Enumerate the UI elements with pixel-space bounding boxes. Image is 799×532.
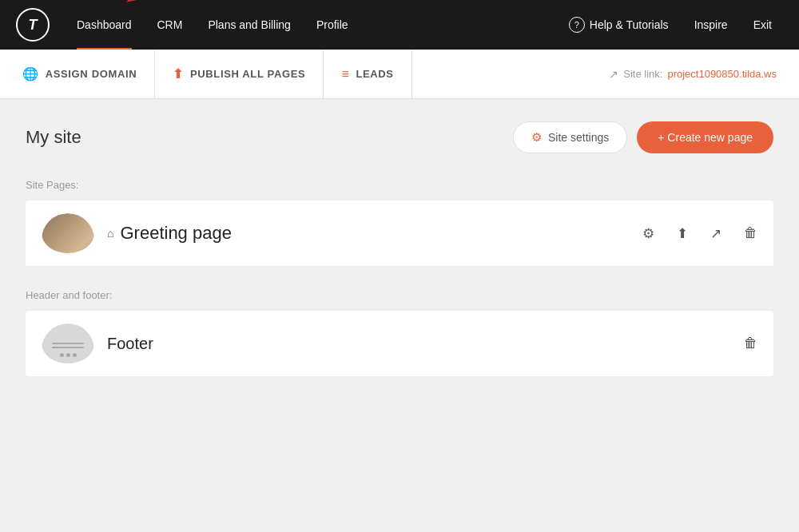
nav-right: ? Help & Tutorials Inspire Exit [558, 0, 783, 50]
top-nav: T Dashboard CRM Plans and Billing Profil… [0, 0, 799, 50]
page-name: Greeting page [120, 223, 231, 244]
page-name-row: ⌂ Greeting page [107, 223, 630, 244]
logo-char: T [29, 17, 38, 34]
page-delete-icon[interactable]: 🗑 [744, 225, 757, 241]
footer-dots [60, 353, 77, 357]
page-actions: ⚙ ⬆ ↗ 🗑 [642, 225, 757, 242]
site-title: My site [26, 127, 81, 148]
assign-domain-btn[interactable]: 🌐 ASSIGN DOMAIN [22, 50, 155, 98]
site-actions: ⚙ Site settings + Create new page [513, 121, 773, 153]
footer-actions: 🗑 [744, 335, 757, 351]
site-pages-section: Site Pages: ⌂ Greeting page ⚙ ⬆ ↗ 🗑 [26, 179, 773, 267]
footer-thumb-img [42, 324, 94, 363]
site-settings-button[interactable]: ⚙ Site settings [513, 121, 627, 153]
toolbar: 🌐 ASSIGN DOMAIN ⬆ PUBLISH ALL PAGES ≡ LE… [0, 50, 799, 99]
site-pages-label: Site Pages: [26, 179, 773, 191]
page-thumbnail [42, 213, 94, 253]
header-footer-section: Header and footer: [26, 289, 773, 376]
page-settings-icon[interactable]: ⚙ [642, 225, 654, 242]
footer-dot-1 [60, 353, 64, 357]
home-icon: ⌂ [107, 227, 113, 240]
footer-dot-2 [66, 353, 70, 357]
site-link[interactable]: project1090850.tilda.ws [667, 68, 777, 80]
upload-icon: ⬆ [173, 66, 184, 81]
greeting-thumbnail [42, 213, 94, 253]
page-list: ⌂ Greeting page ⚙ ⬆ ↗ 🗑 [26, 200, 773, 267]
nav-inspire[interactable]: Inspire [683, 0, 739, 50]
external-link-icon: ↗ [609, 68, 618, 81]
footer-thumbnail [42, 324, 94, 363]
page-external-icon[interactable]: ↗ [710, 225, 721, 242]
footer-lines [52, 343, 84, 348]
nav-help-tutorials[interactable]: ? Help & Tutorials [558, 0, 680, 50]
footer-name: Footer [107, 335, 731, 353]
header-footer-label: Header and footer: [26, 289, 773, 301]
footer-delete-icon[interactable]: 🗑 [744, 335, 757, 351]
globe-icon: 🌐 [22, 66, 39, 81]
create-new-page-button[interactable]: + Create new page [637, 121, 773, 153]
table-row: ⌂ Greeting page ⚙ ⬆ ↗ 🗑 [26, 200, 773, 267]
nav-profile[interactable]: Profile [304, 0, 361, 50]
gear-icon: ⚙ [531, 130, 542, 145]
footer-line-1 [52, 343, 84, 344]
footer-dot-3 [73, 353, 77, 357]
footer-item: Footer 🗑 [26, 311, 773, 376]
nav-dashboard[interactable]: Dashboard [64, 0, 145, 50]
page-publish-icon[interactable]: ⬆ [677, 225, 688, 242]
site-header: My site ⚙ Site settings + Create new pag… [26, 121, 773, 153]
nav-crm[interactable]: CRM [145, 0, 196, 50]
site-link-area: ↗ Site link: project1090850.tilda.ws [609, 68, 777, 81]
nav-plans-billing[interactable]: Plans and Billing [195, 0, 304, 50]
leads-btn[interactable]: ≡ LEADS [324, 50, 411, 98]
main-content: My site ⚙ Site settings + Create new pag… [0, 99, 799, 399]
list-icon: ≡ [341, 67, 349, 81]
nav-links: Dashboard CRM Plans and Billing Profile [64, 0, 558, 50]
logo[interactable]: T [16, 8, 50, 42]
help-circle-icon: ? [569, 17, 585, 33]
publish-all-btn[interactable]: ⬆ PUBLISH ALL PAGES [155, 50, 324, 98]
footer-line-2 [52, 347, 84, 348]
nav-exit[interactable]: Exit [742, 0, 783, 50]
